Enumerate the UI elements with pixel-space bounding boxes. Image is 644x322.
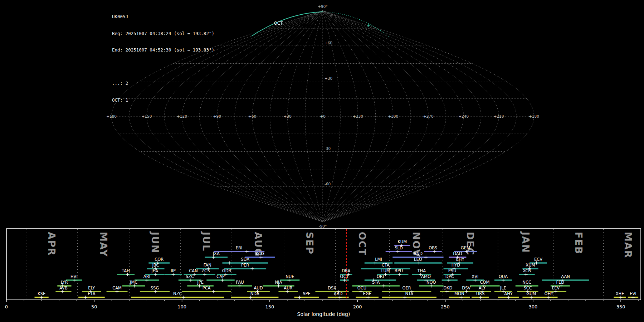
month-label: OCT xyxy=(357,232,368,256)
shower-label: NOO xyxy=(426,280,436,285)
x-tick-label: 50 xyxy=(91,304,97,309)
shower-label: JEA xyxy=(151,268,158,273)
shower-label: CAM xyxy=(112,286,122,291)
shower-eta: ETA xyxy=(78,291,105,299)
shower-nta: NTA xyxy=(382,291,436,299)
shower-label: NDA xyxy=(250,291,259,296)
shower-label: KCG xyxy=(256,251,264,256)
longitude-label: +90 xyxy=(213,114,221,118)
longitude-label: +270 xyxy=(423,114,434,118)
shower-gum: GUM xyxy=(522,291,540,299)
longitude-label: +300 xyxy=(388,114,398,118)
shower-nda: NDA xyxy=(231,291,278,299)
shower-iip: IIP xyxy=(165,268,182,276)
shower-dsx: DSX xyxy=(315,286,348,293)
shower-ohy: OHY xyxy=(540,291,557,299)
x-tick-label: 150 xyxy=(265,304,274,309)
shower-rpu: RPU xyxy=(389,268,409,276)
shower-label: AMO xyxy=(421,274,431,279)
shower-label: ZCS xyxy=(201,268,210,273)
month-label: MAY xyxy=(98,232,109,257)
shower-pau: PAU xyxy=(228,280,252,288)
shower-label: GEM xyxy=(461,245,470,250)
shower-label: QUA xyxy=(499,274,508,279)
longitude-label: +30 xyxy=(284,114,292,118)
shower-label: NCC xyxy=(522,280,531,285)
shower-dpc: DPC xyxy=(442,274,458,282)
longitude-label: +240 xyxy=(458,114,469,118)
shower-label: AUR xyxy=(284,286,292,291)
shower-label: THA xyxy=(417,268,426,273)
shower-noo: NOO xyxy=(419,280,444,288)
shower-pca: PCA xyxy=(182,286,231,293)
shower-aan: AAN xyxy=(542,274,589,282)
shower-label: PCA xyxy=(203,286,211,291)
observation-info-block: UK005J Beg: 20251007 04:38:24 (sol = 193… xyxy=(112,3,214,114)
longitude-label: +180 xyxy=(529,114,539,118)
timeline: APRMAYJUNJULAUGSEPOCTNOVDECJANFEBMARKUME… xyxy=(5,229,641,317)
shower-obs: OBS xyxy=(424,245,442,253)
shower-label: CAN xyxy=(189,268,198,273)
shower-label: KSE xyxy=(38,291,45,296)
shower-kse: KSE xyxy=(34,291,48,299)
shower-label: PSU xyxy=(448,268,457,273)
latitude-label: -30 xyxy=(325,146,331,151)
shower-label: DSX xyxy=(328,286,336,291)
shower-label: DRA xyxy=(342,268,350,273)
shower-label: AVB xyxy=(59,286,68,291)
shower-nue: NUE xyxy=(280,274,299,282)
station-id: UK005J xyxy=(112,14,214,20)
shower-label: OER xyxy=(402,286,411,291)
shower-label: OBS xyxy=(429,245,437,250)
shower-label: AHY xyxy=(504,291,513,296)
shower-oct: OCT xyxy=(340,274,349,282)
x-tick-label: 100 xyxy=(177,304,186,309)
month-label: MAR xyxy=(623,232,634,259)
shower-ssg: SSG xyxy=(140,286,170,293)
longitude-label: +120 xyxy=(177,114,187,118)
shower-ori: ORI xyxy=(365,274,396,282)
month-label: JUN xyxy=(150,231,161,254)
shower-label: LYR xyxy=(61,280,68,285)
shower-label: JBC xyxy=(152,263,159,268)
shower-label: CTA xyxy=(382,263,390,268)
month-label: APR xyxy=(46,232,57,256)
latitude-label: +30 xyxy=(325,76,332,80)
shower-cor: COR xyxy=(148,257,170,265)
x-tick-label: 300 xyxy=(528,304,537,309)
shower-evi: EVI xyxy=(628,291,638,299)
begin-time-line: Beg: 20251007 04:38:24 (sol = 193.82°) xyxy=(112,31,214,36)
shower-label: HVI xyxy=(70,274,78,279)
shower-cam: CAM xyxy=(107,286,128,293)
shower-label: ARD xyxy=(334,291,343,296)
meteor-activity-plot: +90°-90°+60+30-30-60+180+150+120+90+60+3… xyxy=(0,0,644,322)
meridian-line xyxy=(235,11,323,222)
shower-label: ORI xyxy=(377,274,384,279)
shower-label: XVI xyxy=(472,274,478,279)
shower-label: NTA xyxy=(405,291,414,296)
shower-label: SSG xyxy=(151,286,159,291)
shower-label: GUM xyxy=(526,291,536,296)
shower-label: SZC xyxy=(186,274,194,279)
longitude-label: +330 xyxy=(353,114,363,118)
x-axis-labels: 050100150200250300350Solar longitude (de… xyxy=(5,304,625,317)
month-label: SEP xyxy=(304,232,315,255)
shower-label: FAN xyxy=(204,263,211,268)
shower-ege: EGE xyxy=(356,291,379,299)
track-dotted-segment xyxy=(323,12,389,37)
shower-label: LUM xyxy=(381,268,390,273)
shower-label: DAD xyxy=(453,251,462,256)
shower-label: DSV xyxy=(462,286,470,291)
shower-qua: QUA xyxy=(494,274,512,282)
shower-dkd: DKD xyxy=(440,286,456,293)
shower-jmc: JMC xyxy=(122,280,145,288)
shower-jxa: JXA xyxy=(205,251,228,259)
shower-xcb: XCB xyxy=(519,268,535,276)
shower-label: PAU xyxy=(236,280,244,285)
shower-avb: AVB xyxy=(55,286,71,293)
shower-spe: SPE xyxy=(294,291,319,299)
shower-label: ELY xyxy=(88,286,95,291)
shower-label: EHY xyxy=(456,257,465,262)
shower-nzc: NZC xyxy=(131,291,224,299)
track-label: OCT xyxy=(274,21,283,26)
